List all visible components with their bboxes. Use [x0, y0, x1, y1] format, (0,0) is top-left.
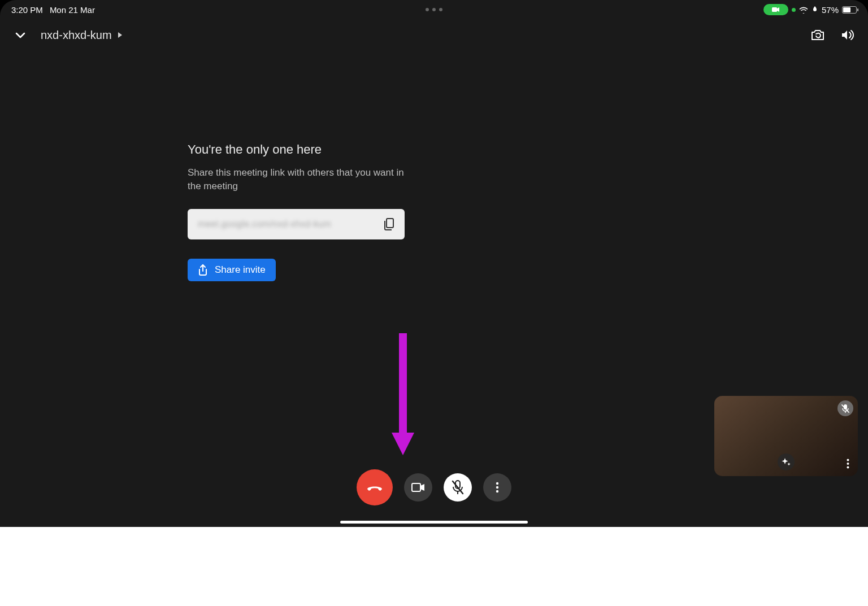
- svg-rect-1: [387, 219, 393, 228]
- status-bar: 3:20 PM Mon 21 Mar 57%: [0, 0, 868, 16]
- hotspot-icon: [811, 6, 818, 14]
- svg-rect-3: [412, 483, 420, 491]
- mic-off-icon: [452, 480, 464, 495]
- svg-point-8: [496, 486, 498, 489]
- videocam-icon: [411, 483, 425, 492]
- mic-toggle-button[interactable]: [444, 473, 472, 502]
- svg-rect-2: [399, 333, 407, 435]
- speaker-icon[interactable]: [841, 29, 854, 41]
- call-controls: [357, 469, 511, 505]
- annotation-arrow-icon: [392, 333, 414, 456]
- svg-point-15: [847, 467, 849, 469]
- svg-point-13: [847, 459, 849, 461]
- sparkle-icon: [781, 457, 791, 467]
- meeting-link-field[interactable]: meet.google.com/nxd-xhxd-kum: [188, 209, 405, 239]
- empty-meeting-card: You're the only one here Share this meet…: [188, 142, 408, 281]
- card-subtitle: Share this meeting link with others that…: [188, 166, 408, 193]
- card-title: You're the only one here: [188, 142, 408, 157]
- self-view-tile[interactable]: [714, 396, 858, 476]
- svg-point-7: [496, 482, 498, 485]
- share-button-label: Share invite: [215, 264, 266, 276]
- battery-percent: 57%: [822, 5, 839, 15]
- wifi-icon: [799, 6, 808, 14]
- more-vert-icon: [496, 482, 499, 493]
- meeting-code-button[interactable]: nxd-xhxd-kum: [41, 29, 123, 42]
- battery-icon: [842, 6, 857, 14]
- camera-toggle-button[interactable]: [404, 473, 432, 502]
- self-view-mic-muted-icon: [837, 400, 853, 416]
- camera-active-pill[interactable]: [763, 4, 788, 15]
- more-vert-icon: [847, 459, 849, 469]
- flip-camera-icon[interactable]: [810, 29, 825, 41]
- svg-point-9: [496, 490, 498, 492]
- hangup-button[interactable]: [357, 469, 393, 505]
- hangup-icon: [366, 483, 383, 491]
- copy-icon[interactable]: [383, 218, 394, 230]
- effects-button[interactable]: [778, 454, 795, 470]
- app-bar: nxd-xhxd-kum: [0, 23, 868, 47]
- status-time: 3:20 PM: [11, 5, 43, 15]
- share-icon: [198, 264, 208, 276]
- status-date: Mon 21 Mar: [50, 5, 95, 15]
- home-indicator[interactable]: [340, 521, 528, 524]
- svg-point-14: [847, 463, 849, 465]
- more-options-button[interactable]: [483, 473, 511, 502]
- meeting-code-text: nxd-xhxd-kum: [41, 29, 112, 42]
- camera-icon: [772, 7, 780, 12]
- share-invite-button[interactable]: Share invite: [188, 259, 276, 281]
- collapse-chevron-icon[interactable]: [14, 28, 27, 42]
- svg-rect-0: [772, 7, 777, 12]
- meeting-link-text: meet.google.com/nxd-xhxd-kum: [198, 219, 331, 229]
- triangle-right-icon: [118, 32, 123, 38]
- multitasking-dots[interactable]: [426, 8, 442, 11]
- privacy-dot-icon: [792, 8, 796, 12]
- self-view-more-button[interactable]: [841, 457, 854, 470]
